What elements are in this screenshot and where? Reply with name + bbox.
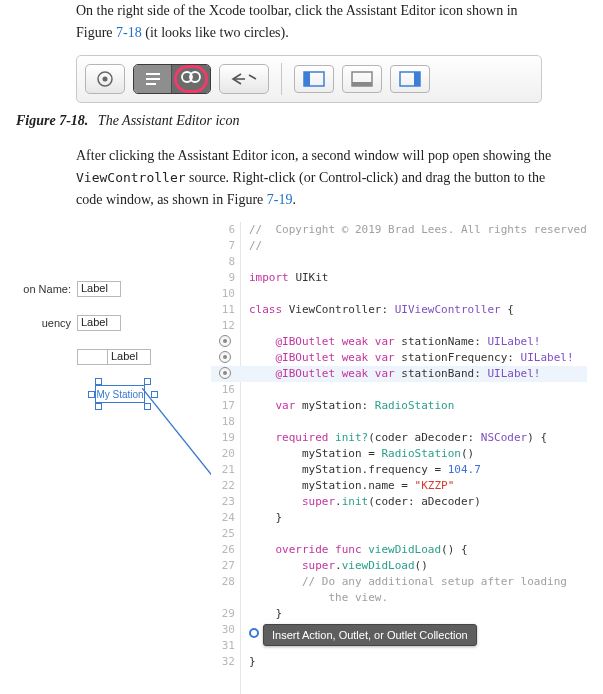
code-line: @IBOutlet weak var stationName: UILabel! [211, 334, 587, 350]
code-line: 32} [211, 654, 587, 670]
figure-caption-text: The Assistant Editor icon [98, 113, 240, 128]
ib-value: Label [77, 315, 121, 331]
code-line: 21 myStation.frequency = 104.7 [211, 462, 587, 478]
code-line: 27 super.viewDidLoad() [211, 558, 587, 574]
p1-suffix: (it looks like two circles). [142, 25, 289, 40]
ib-value-partial [77, 349, 107, 365]
toolbar-divider [281, 63, 282, 95]
two-circles-icon [179, 70, 203, 84]
code-line: 7// [211, 238, 587, 254]
ib-field-frequency: uency Label [16, 312, 196, 334]
outlet-connection-icon [219, 351, 231, 363]
svg-rect-9 [304, 72, 310, 86]
outlet-connection-icon [219, 367, 231, 379]
figure-caption: Figure 7-18. The Assistant Editor icon [16, 113, 587, 129]
outlet-connection-icon [219, 335, 231, 347]
assistant-editor-button [172, 65, 210, 93]
code-line: 8 [211, 254, 587, 270]
figure-ref-7-18[interactable]: 7-18 [116, 25, 142, 40]
code-line: 17 var myStation: RadioStation [211, 398, 587, 414]
code-line-highlighted: @IBOutlet weak var stationBand: UILabel! [211, 366, 587, 382]
standard-editor-button [134, 65, 172, 93]
history-nav-button [219, 64, 269, 94]
debug-pane-button [342, 65, 382, 93]
ib-button-label: My Station [95, 385, 145, 403]
p2-prefix: After clicking the Assistant Editor icon… [76, 148, 551, 163]
intro-paragraph-1: On the right side of the Xcode toolbar, … [76, 0, 556, 43]
lines-icon [144, 72, 162, 86]
editor-mode-segment [133, 64, 211, 94]
code-line: 23 super.init(coder: aDecoder) [211, 494, 587, 510]
back-forward-icon [229, 72, 259, 86]
ib-label: uency [16, 317, 71, 329]
assistant-editor-screenshot: on Name: Label uency Label Label My Stat… [16, 222, 587, 694]
code-line: 11class ViewController: UIViewController… [211, 302, 587, 318]
code-line: 29 } [211, 606, 587, 622]
svg-point-1 [103, 77, 108, 82]
code-line: 22 myStation.name = "KZZP" [211, 478, 587, 494]
figure-caption-label: Figure 7-18. [16, 113, 88, 128]
code-line: 24 } [211, 510, 587, 526]
code-line: 12 [211, 318, 587, 334]
utilities-pane-button [390, 65, 430, 93]
code-line: 10 [211, 286, 587, 302]
code-line: 16 [211, 382, 587, 398]
insert-outlet-tooltip: Insert Action, Outlet, or Outlet Collect… [263, 624, 477, 646]
code-line: the view. [211, 590, 587, 606]
code-line: @IBOutlet weak var stationFrequency: UIL… [211, 350, 587, 366]
code-line: 6// Copyright © 2019 Brad Lees. All righ… [211, 222, 587, 238]
code-line: 26 override func viewDidLoad() { [211, 542, 587, 558]
ib-field-band: Label [16, 346, 196, 368]
p2-code: ViewController [76, 170, 186, 185]
source-editor: 6// Copyright © 2019 Brad Lees. All righ… [211, 222, 587, 694]
code-line: 19 required init?(coder aDecoder: NSCode… [211, 430, 587, 446]
ib-label: on Name: [16, 283, 71, 295]
target-icon [96, 70, 114, 88]
run-button [85, 64, 125, 94]
ib-value: Label [107, 349, 151, 365]
code-line: 9import UIKit [211, 270, 587, 286]
bottom-pane-icon [351, 71, 373, 87]
resize-handle [88, 391, 95, 398]
ib-selected-button: My Station [88, 378, 158, 410]
code-line: 18 [211, 414, 587, 430]
resize-handle [151, 391, 158, 398]
ib-value: Label [77, 281, 121, 297]
highlight-ring [174, 65, 208, 93]
xcode-toolbar [76, 55, 542, 103]
intro-paragraph-2: After clicking the Assistant Editor icon… [76, 145, 556, 210]
svg-rect-11 [352, 82, 372, 86]
p2-suffix: . [292, 192, 296, 207]
code-line: 28 // Do any additional setup after load… [211, 574, 587, 590]
navigator-pane-button [294, 65, 334, 93]
code-line: 20 myStation = RadioStation() [211, 446, 587, 462]
ib-field-station-name: on Name: Label [16, 278, 196, 300]
right-pane-icon [399, 71, 421, 87]
figure-ref-7-19[interactable]: 7-19 [267, 192, 293, 207]
svg-rect-13 [414, 72, 420, 86]
toolbar-figure [76, 55, 587, 103]
interface-builder-panel: on Name: Label uency Label Label [16, 278, 196, 380]
code-line: 25 [211, 526, 587, 542]
left-pane-icon [303, 71, 325, 87]
